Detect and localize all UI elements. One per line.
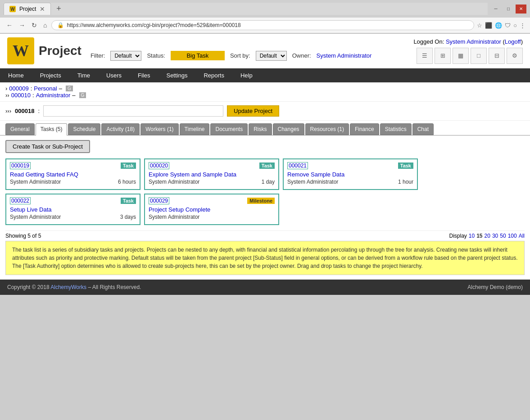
task-card-header: 000020 Task <box>149 162 275 169</box>
task-meta: System Administrator 1 hour <box>287 179 413 185</box>
menu-icon[interactable]: ⋮ <box>520 22 525 29</box>
nav-item-settings[interactable]: Settings <box>158 68 195 82</box>
display-option-50[interactable]: 50 <box>500 233 506 239</box>
task-meta: System Administrator 1 day <box>149 179 275 185</box>
display-option-100[interactable]: 100 <box>508 233 517 239</box>
bc-icon2[interactable]: G <box>79 92 86 98</box>
project-row: ››› 000018 : Learn Project Management Sy… <box>0 102 530 121</box>
tab-documents[interactable]: Documents <box>210 123 248 135</box>
nav-item-home[interactable]: Home <box>0 68 32 82</box>
bc-icon1[interactable]: G <box>66 86 73 91</box>
back-button[interactable]: ← <box>5 21 14 30</box>
nav-item-projects[interactable]: Projects <box>32 68 69 82</box>
task-card-000029: 000029 Milestone Project Setup Complete … <box>144 194 279 225</box>
maximize-button[interactable]: □ <box>503 5 514 14</box>
sort-label: Sort by: <box>230 52 250 59</box>
task-name[interactable]: Explore System and Sample Data <box>149 171 275 178</box>
bc-name-admin[interactable]: Administrator <box>36 92 71 99</box>
filter-select[interactable]: Default <box>110 51 141 61</box>
owner-link[interactable]: System Administrator <box>317 52 372 59</box>
star-icon[interactable]: ☆ <box>477 22 482 29</box>
user-link[interactable]: System Administrator <box>446 38 501 45</box>
nav-item-time[interactable]: Time <box>69 68 98 82</box>
tab-workers--1-[interactable]: Workers (1) <box>140 123 178 135</box>
task-assignee: System Administrator <box>149 214 199 220</box>
task-id-000022[interactable]: 000022 <box>10 197 31 204</box>
toolbar-icon-box[interactable]: □ <box>471 48 487 64</box>
active-tab[interactable]: W Project ✕ <box>4 3 51 15</box>
toolbar-icon-expand[interactable]: ⊟ <box>489 48 505 64</box>
task-id-000019[interactable]: 000019 <box>10 162 31 169</box>
tab-resources--1-[interactable]: Resources (1) <box>305 123 349 135</box>
nav-item-reports[interactable]: Reports <box>195 68 232 82</box>
home-button[interactable]: ⌂ <box>41 21 49 30</box>
bc-sep1: : <box>31 85 32 92</box>
project-title-input[interactable]: Learn Project Management System <box>43 105 223 117</box>
toolbar-icon-settings[interactable]: ⚙ <box>507 48 523 64</box>
toolbar-icon-bar[interactable]: ▦ <box>453 48 469 64</box>
url-box[interactable]: 🔒 https://www.alchemyworks.com/cgi-bin/p… <box>51 20 474 30</box>
task-card-header: 000022 Task <box>10 197 136 204</box>
close-button[interactable]: ✕ <box>516 5 526 14</box>
forward-button[interactable]: → <box>17 21 27 30</box>
extension-icon1[interactable]: ⬛ <box>485 22 492 29</box>
tab-risks[interactable]: Risks <box>249 123 272 135</box>
logoff-link[interactable]: Logoff <box>505 38 521 45</box>
display-option-10[interactable]: 10 <box>469 233 475 239</box>
task-name[interactable]: Project Setup Complete <box>149 206 275 213</box>
tab-tasks--5-[interactable]: Tasks (5) <box>36 123 68 135</box>
show-row: Showing 5 of 5 Display 10 15 20 30 50 10… <box>5 230 525 241</box>
display-option-all[interactable]: All <box>519 233 525 239</box>
task-id-000021[interactable]: 000021 <box>287 162 308 169</box>
footer-link[interactable]: AlchemyWorks <box>50 284 86 290</box>
tab-schedule[interactable]: Schedule <box>68 123 100 135</box>
browser-chrome: W Project ✕ + ─ □ ✕ ← → ↻ ⌂ 🔒 https://ww… <box>0 0 530 34</box>
extension-icon3[interactable]: 🛡 <box>505 22 511 29</box>
extension-icon2[interactable]: 🌐 <box>495 22 502 29</box>
tab-general[interactable]: General <box>5 123 35 135</box>
task-id-000020[interactable]: 000020 <box>149 162 169 169</box>
update-project-button[interactable]: Update Project <box>227 105 279 117</box>
tab-chat[interactable]: Chat <box>412 123 434 135</box>
nav-item-files[interactable]: Files <box>130 68 158 82</box>
display-option-15[interactable]: 15 <box>476 233 482 239</box>
bc-dash1: – <box>59 85 62 92</box>
tab-close-button[interactable]: ✕ <box>40 5 45 13</box>
header-right: Logged On: System Administrator (Logoff)… <box>91 38 523 64</box>
footer-rights: – All Rights Reserved. <box>88 284 141 290</box>
toolbar-icon-grid[interactable]: ⊞ <box>435 48 451 64</box>
minimize-button[interactable]: ─ <box>490 5 501 14</box>
display-option-30[interactable]: 30 <box>492 233 498 239</box>
sort-select[interactable]: Default <box>256 51 287 61</box>
task-name[interactable]: Remove Sample Data <box>287 171 413 178</box>
create-task-button[interactable]: Create Task or Sub-Project <box>5 140 90 153</box>
tab-finance[interactable]: Finance <box>350 123 379 135</box>
tab-timeline[interactable]: Timeline <box>180 123 210 135</box>
nav-item-help[interactable]: Help <box>232 68 261 82</box>
task-type-badge: Task <box>121 198 136 204</box>
task-name[interactable]: Setup Live Data <box>10 206 136 213</box>
toolbar-icons: ☰ ⊞ ▦ □ ⊟ ⚙ <box>417 48 523 64</box>
new-tab-button[interactable]: + <box>53 4 65 14</box>
nav-item-users[interactable]: Users <box>98 68 130 82</box>
task-grid: 000019 Task Read Getting Started FAQ Sys… <box>5 158 525 225</box>
bc-link-000009[interactable]: 000009 <box>9 85 28 92</box>
bc-link-000010[interactable]: 000010 <box>11 92 31 99</box>
sort-row: Sort by: Default Owner: System Administr… <box>230 51 372 61</box>
project-id: 000018 <box>15 108 34 114</box>
task-card-header: 000029 Milestone <box>149 197 275 204</box>
task-card-000022: 000022 Task Setup Live Data System Admin… <box>5 194 140 225</box>
tab-activity--18-[interactable]: Activity (18) <box>101 123 140 135</box>
task-duration: 1 day <box>262 179 275 185</box>
reload-button[interactable]: ↻ <box>30 21 39 30</box>
task-id-000029[interactable]: 000029 <box>149 197 169 204</box>
toolbar-icon-list[interactable]: ☰ <box>417 48 433 64</box>
tab-changes[interactable]: Changes <box>273 123 304 135</box>
extension-icon4[interactable]: ○ <box>513 22 517 29</box>
task-duration: 3 days <box>120 214 136 220</box>
task-name[interactable]: Read Getting Started FAQ <box>10 171 136 178</box>
tab-statistics[interactable]: Statistics <box>380 123 412 135</box>
display-option-20[interactable]: 20 <box>485 233 490 239</box>
bc-name-personal[interactable]: Personal <box>34 85 57 92</box>
owner-label: Owner: <box>292 52 311 59</box>
